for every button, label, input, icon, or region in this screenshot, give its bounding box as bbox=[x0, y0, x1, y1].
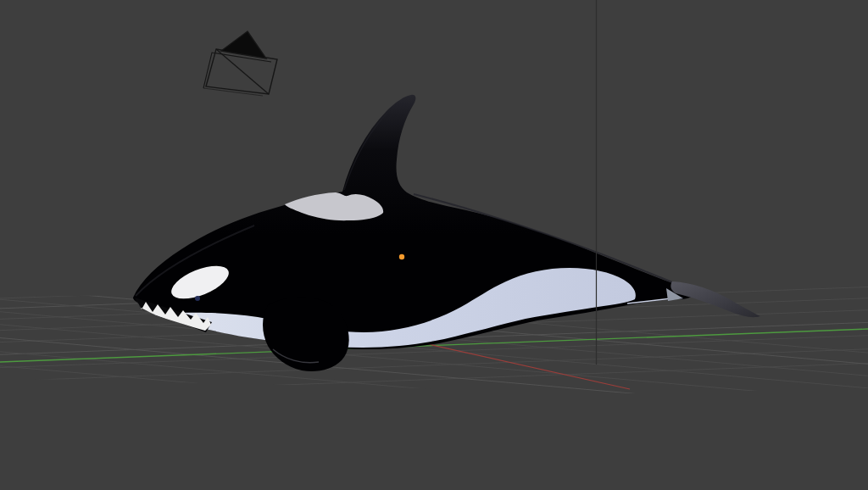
camera-up-triangle bbox=[221, 31, 266, 58]
orca-eye bbox=[195, 296, 200, 301]
viewport-3d[interactable] bbox=[0, 0, 868, 490]
object-origin-dot[interactable] bbox=[399, 254, 404, 259]
orca-body bbox=[133, 95, 693, 349]
camera-object[interactable] bbox=[203, 31, 277, 96]
scene-svg bbox=[0, 0, 868, 490]
orca-tail-flukes bbox=[670, 281, 760, 317]
